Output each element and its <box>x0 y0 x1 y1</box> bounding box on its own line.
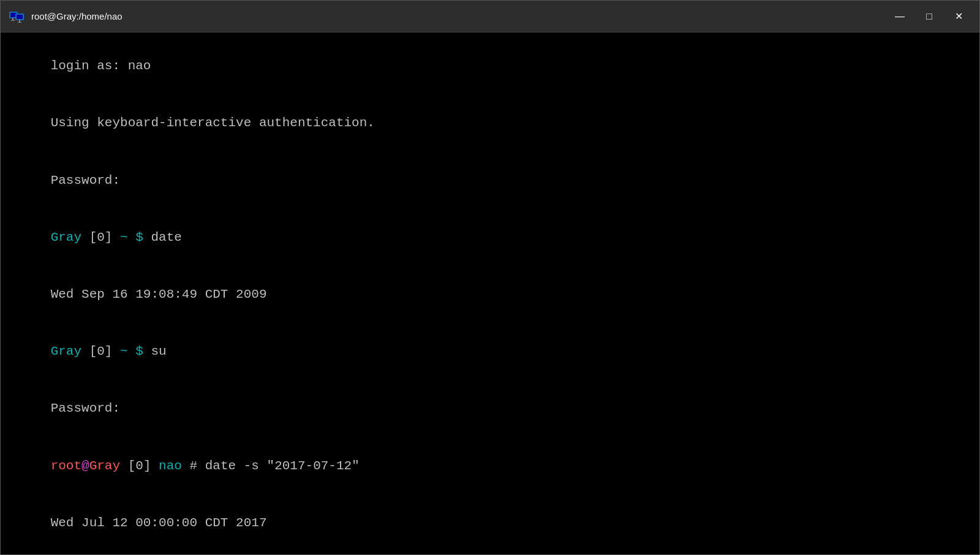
maximize-icon: □ <box>926 11 932 22</box>
svg-rect-4 <box>11 20 15 21</box>
svg-rect-9 <box>18 22 21 23</box>
terminal-output[interactable]: login as: nao Using keyboard-interactive… <box>1 32 979 554</box>
line-text: Password: <box>51 401 120 415</box>
terminal-line-3: Password: <box>4 151 976 208</box>
title-bar: root@Gray:/home/nao — □ ✕ <box>1 1 979 32</box>
prompt-user: Gray <box>51 230 89 244</box>
line-text: Using keyboard-interactive authenticatio… <box>51 116 375 130</box>
window-title: root@Gray:/home/nao <box>31 11 886 21</box>
terminal-line-2: Using keyboard-interactive authenticatio… <box>4 94 976 151</box>
minimize-icon: — <box>895 11 905 22</box>
svg-rect-8 <box>19 20 20 22</box>
svg-rect-3 <box>12 18 13 20</box>
window-controls: — □ ✕ <box>886 7 972 26</box>
line-text: Wed Sep 16 19:08:49 CDT 2009 <box>51 287 267 301</box>
prompt-machine: Gray <box>89 459 120 473</box>
prompt-root-host: root <box>51 459 81 473</box>
line-text: Wed Jul 12 00:00:00 CDT 2017 <box>51 516 267 530</box>
terminal-line-6: Gray [0] ~ $ su <box>4 323 976 380</box>
svg-rect-2 <box>11 13 16 17</box>
prompt-user: Gray <box>51 344 89 358</box>
app-icon <box>8 8 25 25</box>
terminal-line-1: login as: nao <box>4 37 976 94</box>
terminal-line-8: root@Gray [0] nao # date -s "2017-07-12" <box>4 437 976 494</box>
line-text: login as: nao <box>51 59 151 73</box>
prompt-at: @ <box>81 459 89 473</box>
svg-rect-7 <box>17 15 22 18</box>
terminal-line-9: Wed Jul 12 00:00:00 CDT 2017 <box>4 494 976 551</box>
line-text: Password: <box>51 173 120 187</box>
prompt-nao: nao <box>159 459 182 473</box>
terminal-line-4: Gray [0] ~ $ date <box>4 209 976 266</box>
close-button[interactable]: ✕ <box>945 7 972 26</box>
terminal-line-7: Password: <box>4 380 976 437</box>
terminal-line-10: root@Gray [0] nao # <box>4 551 976 554</box>
terminal-window: root@Gray:/home/nao — □ ✕ login as: nao … <box>0 0 980 555</box>
minimize-button[interactable]: — <box>886 7 913 26</box>
terminal-line-5: Wed Sep 16 19:08:49 CDT 2009 <box>4 266 976 323</box>
maximize-button[interactable]: □ <box>916 7 943 26</box>
close-icon: ✕ <box>955 10 963 22</box>
